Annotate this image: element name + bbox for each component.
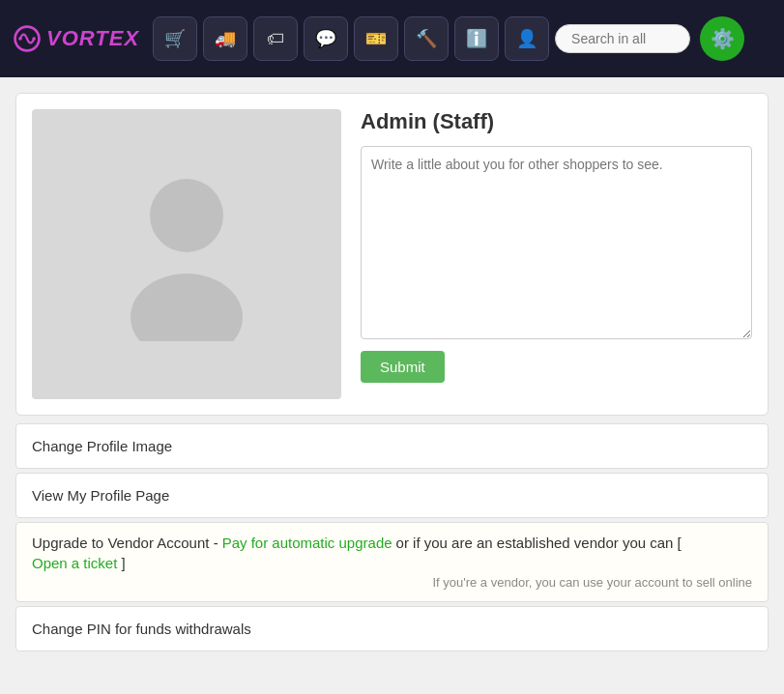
profile-section: Admin (Staff) Submit <box>15 93 769 416</box>
vendor-main-text: Upgrade to Vendor Account - Pay for auto… <box>32 535 752 571</box>
svg-point-3 <box>150 179 223 252</box>
navbar: VORTEX 🛒 🚚 🏷 💬 🎫 🔨 ℹ️ 👤 ⚙️ <box>0 0 784 77</box>
logo[interactable]: VORTEX <box>12 23 139 54</box>
vortex-logo-icon <box>12 23 43 54</box>
submit-button[interactable]: Submit <box>361 351 445 383</box>
ticket-nav-button[interactable]: 🎫 <box>354 16 398 61</box>
logo-text: VORTEX <box>46 26 139 51</box>
delivery-nav-button[interactable]: 🚚 <box>203 16 247 61</box>
profile-right: Admin (Staff) Submit <box>361 109 752 399</box>
avatar-silhouette <box>119 167 254 341</box>
vendor-note: If you're a vendor, you can use your acc… <box>32 575 752 590</box>
profile-title: Admin (Staff) <box>361 109 752 134</box>
info-nav-button[interactable]: ℹ️ <box>454 16 499 61</box>
svg-point-1 <box>18 37 22 41</box>
open-ticket-link[interactable]: Open a ticket <box>32 555 117 571</box>
vendor-middle: or if you are an established vendor you … <box>396 535 674 551</box>
cart-nav-button[interactable]: 🛒 <box>153 16 197 61</box>
gear-icon: ⚙️ <box>711 27 735 50</box>
bio-textarea[interactable] <box>361 146 752 339</box>
main-content: Admin (Staff) Submit Change Profile Imag… <box>0 77 784 671</box>
gavel-nav-button[interactable]: 🔨 <box>404 16 449 61</box>
user-nav-button[interactable]: 👤 <box>505 16 549 61</box>
chat-nav-button[interactable]: 💬 <box>304 16 348 61</box>
avatar-container <box>32 109 341 399</box>
vendor-suffix: ] <box>121 555 125 571</box>
pay-upgrade-link[interactable]: Pay for automatic upgrade <box>222 535 392 551</box>
change-pin-item[interactable]: Change PIN for funds withdrawals <box>15 606 769 651</box>
vendor-prefix: Upgrade to Vendor Account - <box>32 535 218 551</box>
tag-nav-button[interactable]: 🏷 <box>253 16 298 61</box>
view-profile-page-item[interactable]: View My Profile Page <box>15 473 769 518</box>
settings-button[interactable]: ⚙️ <box>700 16 744 61</box>
svg-point-2 <box>32 37 36 41</box>
vendor-section: Upgrade to Vendor Account - Pay for auto… <box>15 522 769 602</box>
change-profile-image-item[interactable]: Change Profile Image <box>15 423 769 469</box>
search-input[interactable] <box>555 24 690 53</box>
svg-point-4 <box>131 274 243 341</box>
